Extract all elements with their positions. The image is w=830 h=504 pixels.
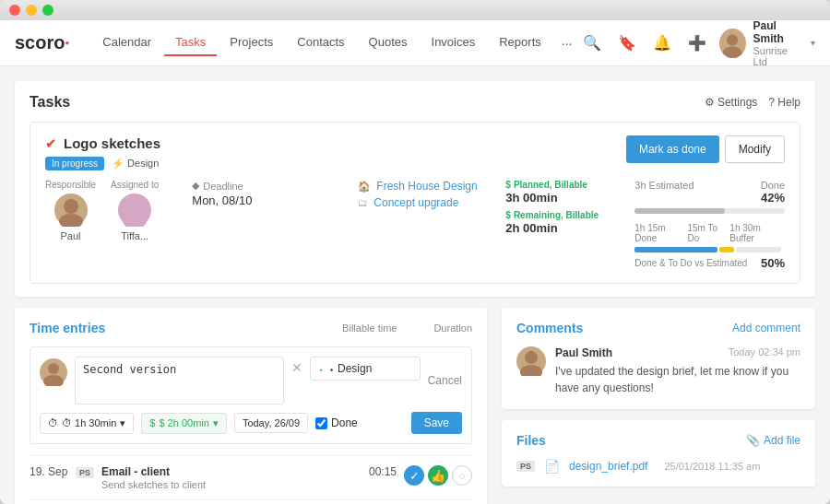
vs-row: Done & To Do vs Estimated 50% (634, 256, 785, 270)
assignee-assigned: Assigned to Tiffa... (111, 180, 159, 241)
user-area[interactable]: Paul Smith Sunrise Ltd ▾ (719, 20, 815, 67)
svg-point-9 (520, 365, 542, 376)
svg-point-1 (723, 46, 742, 57)
bookmark-icon[interactable]: 🔖 (614, 30, 640, 55)
avatar (719, 29, 745, 58)
assignee-responsible: Responsible Paul (45, 180, 96, 241)
help-link[interactable]: ? Help (768, 96, 800, 109)
modify-button[interactable]: Modify (725, 135, 785, 163)
nav-more[interactable]: ··· (554, 30, 580, 56)
file-ps-badge: PS (516, 461, 535, 472)
link-label-2: Concept upgrade (374, 196, 458, 209)
tag-input[interactable]: ⬩ ⬩ Design (310, 357, 421, 381)
status-badge: In progress (45, 157, 104, 170)
entry-text-input[interactable]: Second version (75, 357, 284, 404)
svg-point-2 (64, 199, 78, 214)
comment-item: Paul Smith Today 02:34 pm I've updated t… (516, 346, 800, 396)
file-name[interactable]: design_brief.pdf (569, 460, 647, 473)
task-details: Responsible Paul Assigned to (45, 180, 785, 270)
traffic-lights (9, 5, 53, 16)
file-date: 25/01/2018 11:35 am (664, 461, 760, 472)
entry-actions: ✓ 👍 ○ (404, 465, 472, 486)
nav-projects[interactable]: Projects (219, 29, 284, 56)
billable-selector[interactable]: $ $ 2h 00min ▾ (141, 413, 227, 434)
deadline-label: ◆ Deadline (192, 180, 339, 192)
responsible-name: Paul (61, 230, 81, 241)
nav-calendar[interactable]: Calendar (91, 29, 162, 56)
form-row-1: Second version ✕ ⬩ ⬩ Design Cancel (40, 357, 462, 404)
comments-panel: Comments Add comment Paul Smith Today 02… (502, 308, 815, 409)
settings-link[interactable]: ⚙ Settings (705, 96, 758, 109)
add-file-label: Add file (764, 434, 800, 447)
planned-metric: $ Planned, Billable 3h 00min (505, 180, 616, 205)
time-selector[interactable]: ⏱ ⏱ 1h 30min ▾ (40, 413, 134, 434)
time-buffer-label: 1h 30m Buffer (729, 223, 785, 243)
remaining-metric: $ Remaining, Billable 2h 00min (505, 210, 616, 235)
link-item-1[interactable]: 🏠 Fresh House Design (358, 180, 505, 193)
vs-value: 50% (761, 256, 785, 270)
search-icon[interactable]: 🔍 (579, 30, 605, 55)
add-file-button[interactable]: 📎 Add file (746, 434, 800, 447)
te-col-labels: Billable time Duration (342, 322, 472, 334)
time-todo-bar (719, 247, 734, 252)
svg-point-6 (48, 363, 59, 374)
thumb-action-icon[interactable]: 👍 (428, 465, 448, 486)
chevron-down-icon: ▾ (811, 38, 815, 48)
link-label-1: Fresh House Design (376, 180, 477, 193)
list-item: PS 📄 design_brief.pdf 25/01/2018 11:35 a… (516, 459, 800, 474)
assignees-section: Responsible Paul Assigned to (45, 180, 177, 241)
task-name-row: ✔ Logo sketches (45, 135, 160, 151)
entry-date: 19. Sep (30, 465, 76, 478)
ps-badge: PS (76, 467, 94, 478)
mark-done-button[interactable]: Mark as done (626, 135, 719, 163)
time-labels: 1h 15m Done 15m To Do 1h 30m Buffer (634, 223, 785, 243)
te-title: Time entries (30, 321, 105, 335)
nav-tasks[interactable]: Tasks (164, 29, 217, 56)
top-nav: scoro● Calendar Tasks Projects Contacts … (0, 20, 830, 66)
remaining-label: $ Remaining, Billable (505, 210, 616, 220)
entry-name: Email - client (101, 465, 369, 478)
nav-invoices[interactable]: Invoices (421, 29, 487, 56)
comment-avatar (516, 346, 546, 376)
close-button[interactable] (9, 5, 20, 16)
task-card: ✔ Logo sketches In progress ⚡ Design Mar… (30, 122, 800, 284)
house-icon: 🏠 (358, 181, 371, 193)
est-header: 3h Estimated Done 42% (634, 180, 785, 205)
save-button[interactable]: Save (411, 412, 462, 434)
comments-header: Comments Add comment (516, 321, 800, 335)
done-checkbox-area[interactable]: Done (315, 416, 358, 429)
add-icon[interactable]: ➕ (684, 30, 710, 55)
table-row: 19. Sep PS Email - client Send sketches … (30, 455, 472, 499)
link-item-2[interactable]: 🗂 Concept upgrade (358, 196, 505, 209)
assigned-avatar (118, 193, 151, 227)
billable-col-label: Billable time (342, 322, 397, 334)
circle-action-icon[interactable]: ○ (452, 465, 472, 486)
entry-duration: 00:15 (369, 465, 397, 478)
form-avatar (40, 358, 67, 386)
nav-contacts[interactable]: Contacts (286, 29, 355, 56)
form-row-2: ⏱ ⏱ 1h 30min ▾ $ $ 2h 00min ▾ Today, 26/… (40, 412, 462, 434)
responsible-avatar (54, 193, 88, 227)
bell-icon[interactable]: 🔔 (649, 30, 675, 55)
clear-icon[interactable]: ✕ (291, 360, 302, 375)
entry-desc: Send sketches to client (101, 479, 369, 490)
bottom-section: Time entries Billable time Duration (15, 308, 815, 504)
responsible-label: Responsible (45, 180, 96, 190)
cancel-button[interactable]: Cancel (428, 374, 462, 387)
nav-quotes[interactable]: Quotes (358, 29, 419, 56)
files-title: Files (516, 433, 546, 448)
done-checkbox[interactable] (315, 417, 327, 429)
nav-items: Calendar Tasks Projects Contacts Quotes … (91, 29, 579, 56)
minimize-button[interactable] (26, 5, 37, 16)
folder-icon: 🗂 (358, 197, 368, 208)
check-action-icon[interactable]: ✓ (404, 465, 424, 486)
date-selector[interactable]: Today, 26/09 (234, 413, 308, 433)
tasks-panel: Tasks ⚙ Settings ? Help ✔ Logo sketches (15, 81, 815, 297)
done-pct-label: Done (761, 180, 785, 191)
nav-reports[interactable]: Reports (488, 29, 552, 56)
maximize-button[interactable] (42, 5, 53, 16)
add-comment-button[interactable]: Add comment (732, 322, 800, 334)
clock-icon: ⏱ (48, 417, 58, 428)
diamond-icon: ◆ (192, 180, 199, 192)
tag-badge: ⚡ Design (112, 158, 159, 170)
